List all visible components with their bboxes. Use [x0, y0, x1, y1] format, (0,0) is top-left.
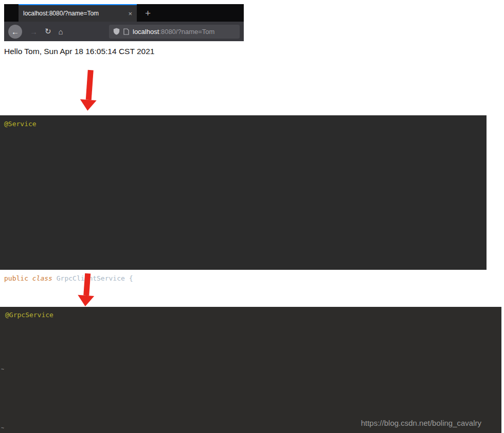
down-arrow-icon	[79, 70, 98, 111]
home-icon: ⌂	[59, 27, 63, 36]
code-line: @Service	[4, 119, 487, 274]
gutter-fold-icon[interactable]: ~	[1, 425, 4, 431]
url-text: localhost:8080/?name=Tom	[133, 28, 214, 36]
forward-button[interactable]: →	[26, 27, 41, 36]
down-arrow-icon	[77, 273, 96, 307]
arrow-head	[77, 295, 94, 307]
arrow-head	[79, 99, 96, 111]
home-button[interactable]: ⌂	[55, 27, 67, 36]
server-service-code-editor[interactable]: @GrpcServicepublic class GrpcServerServi…	[0, 307, 501, 433]
url-host: localhost	[133, 28, 159, 36]
screenshot-canvas: localhost:8080/?name=Tom × + ← → ↻ ⌂ loc…	[0, 0, 504, 433]
new-tab-button[interactable]: +	[145, 8, 151, 18]
tab-title: localhost:8080/?name=Tom	[23, 10, 125, 17]
watermark-url: https://blog.csdn.net/boling_cavalry	[361, 419, 481, 427]
code-line: @GrpcService	[5, 309, 501, 433]
shield-icon[interactable]	[113, 28, 120, 35]
browser-tab[interactable]: localhost:8080/?name=Tom ×	[19, 4, 137, 22]
tab-bar: localhost:8080/?name=Tom × +	[4, 4, 244, 22]
back-button[interactable]: ←	[8, 25, 22, 39]
browser-window: localhost:8080/?name=Tom × + ← → ↻ ⌂ loc…	[4, 4, 244, 41]
arrow-shaft	[85, 70, 93, 100]
greeting-text: Hello Tom, Sun Apr 18 16:05:14 CST 2021	[4, 47, 154, 56]
arrow-shaft	[83, 273, 91, 296]
reload-button[interactable]: ↻	[41, 27, 55, 36]
nav-toolbar: ← → ↻ ⌂ localhost:8080/?name=Tom	[4, 22, 244, 41]
gutter-fold-icon[interactable]: ~	[1, 367, 4, 372]
page-info-icon[interactable]	[123, 28, 129, 35]
back-arrow-icon: ←	[11, 27, 19, 36]
tab-close-icon[interactable]: ×	[128, 10, 132, 18]
url-path: :8080/?name=Tom	[159, 28, 214, 36]
forward-arrow-icon: →	[30, 27, 38, 36]
address-bar[interactable]: localhost:8080/?name=Tom	[109, 25, 240, 39]
client-service-code-editor[interactable]: @Servicepublic class GrpcClientService {…	[0, 115, 487, 270]
reload-icon: ↻	[45, 27, 51, 36]
